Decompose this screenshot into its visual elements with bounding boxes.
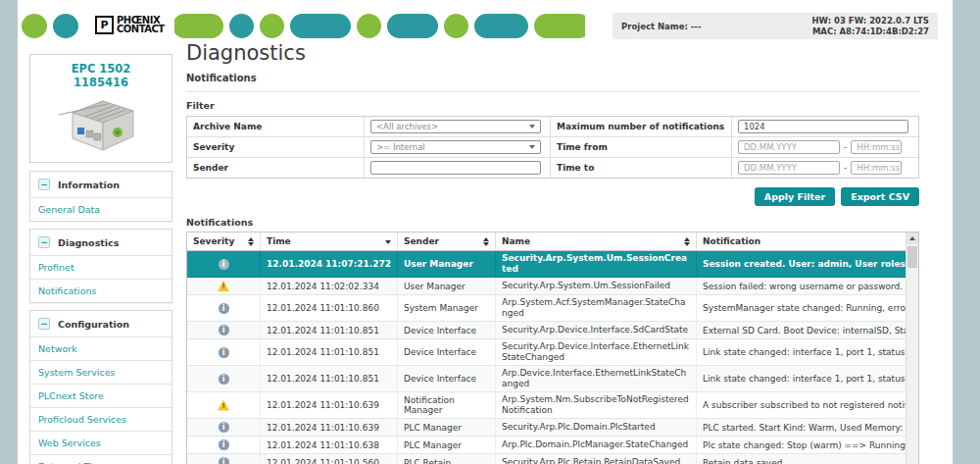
- sidebar-item-notifications[interactable]: Notifications: [30, 279, 172, 302]
- name-cell: Security.Arp.Plc.Domain.PlcStarted: [496, 419, 697, 436]
- severity-cell: [187, 251, 261, 277]
- time-from-date-input[interactable]: DD.MM.YYYY: [738, 140, 840, 154]
- time-to-date-input[interactable]: DD.MM.YYYY: [738, 161, 840, 175]
- sort-both-icon: [684, 237, 690, 246]
- brand-dot: [53, 14, 78, 38]
- time-to-time-input[interactable]: HH:mm:ss: [851, 161, 902, 175]
- column-header-time[interactable]: Time: [261, 232, 398, 250]
- sidebar-item-general-data[interactable]: General Data: [30, 197, 172, 221]
- sidebar-section-header[interactable]: Information: [30, 172, 172, 197]
- table-row[interactable]: 12.01.2024 11:01:10.639Notification Mana…: [187, 392, 906, 419]
- sidebar-section-header[interactable]: Diagnostics: [30, 230, 172, 255]
- table-row[interactable]: 12.01.2024 11:01:10.860System ManagerArp…: [187, 295, 906, 322]
- table-row[interactable]: 12.01.2024 11:01:10.560PLC RetainSecurit…: [187, 454, 906, 464]
- sort-up-arrow-icon: [483, 237, 489, 241]
- notification-cell: Session created. User: admin, User roles…: [697, 251, 906, 277]
- hw-fw-version: HW: 03 FW: 2022.0.7 LTS: [812, 16, 930, 26]
- time-from-label: Time from: [550, 137, 731, 158]
- column-header-severity[interactable]: Severity: [187, 232, 261, 250]
- table-row[interactable]: 12.01.2024 11:01:10.638PLC ManagerArp.Pl…: [187, 437, 906, 454]
- sidebar-section-title: Configuration: [58, 319, 129, 330]
- name-cell: Security.Arp.System.Um.SessionFailed: [496, 278, 697, 294]
- column-header-label: Name: [502, 236, 530, 246]
- notification-cell: A subscriber subscribed to not registere…: [697, 392, 906, 418]
- brand-dot: [534, 14, 585, 38]
- export-csv-button[interactable]: Export CSV: [841, 187, 919, 206]
- sidebar: EPC 1502 1185416 InformationGeneral Data…: [29, 54, 172, 464]
- table-row[interactable]: 12.01.2024 11:01:10.851Device InterfaceS…: [187, 339, 906, 366]
- sidebar-item-system-services[interactable]: System Services: [30, 360, 172, 384]
- notification-cell: Link state changed: interface 1, port 1,…: [697, 366, 906, 391]
- time-cell: 12.01.2024 11:01:10.851: [261, 322, 398, 338]
- table-header-row: SeverityTimeSenderNameNotification: [187, 232, 906, 251]
- table-row[interactable]: 12.01.2024 11:07:21.272User ManagerSecur…: [187, 251, 906, 278]
- sidebar-item-network[interactable]: Network: [30, 336, 172, 360]
- sidebar-item-plcnext-store[interactable]: PLCnext Store: [30, 384, 172, 407]
- notifications-table: SeverityTimeSenderNameNotification 12.01…: [186, 232, 919, 464]
- column-header-label: Severity: [193, 236, 234, 246]
- sort-both-icon: [248, 237, 254, 246]
- notification-cell: SystemManager state changed: Running, er…: [697, 295, 906, 321]
- logo-line2: CONTACT: [117, 25, 165, 33]
- phoenix-contact-logo: P PHŒNIX CONTACT: [92, 11, 174, 38]
- sidebar-section-header[interactable]: Configuration: [30, 311, 172, 336]
- time-cell: 12.01.2024 11:01:10.560: [261, 454, 398, 464]
- sidebar-item-proficloud-services[interactable]: Proficloud Services: [30, 407, 172, 431]
- table-row[interactable]: 12.01.2024 11:01:10.851Device InterfaceA…: [187, 366, 906, 392]
- main-content: Diagnostics Notifications Filter Archive…: [186, 41, 919, 464]
- info-icon: [219, 325, 229, 335]
- sort-down-arrow-icon: [248, 242, 254, 246]
- sender-input[interactable]: [370, 161, 541, 175]
- column-header-notification[interactable]: Notification: [697, 232, 906, 250]
- name-cell: Arp.Plc.Domain.PlcManager.StateChanged: [496, 437, 697, 453]
- filter-heading: Filter: [186, 100, 919, 111]
- column-header-sender[interactable]: Sender: [398, 232, 496, 250]
- sender-cell: Device Interface: [398, 366, 496, 391]
- time-cell: 12.01.2024 11:01:10.860: [261, 295, 398, 321]
- collapse-minus-icon[interactable]: [38, 179, 50, 190]
- severity-select[interactable]: >= Internal: [370, 140, 541, 154]
- notifications-table-heading: Notifications: [186, 217, 919, 228]
- brand-dot: [474, 14, 528, 38]
- notification-cell: Plc state changed: Stop (warm) ==> Runni…: [697, 437, 906, 453]
- device-photo: [59, 97, 143, 152]
- divider: [186, 91, 919, 92]
- table-row[interactable]: 12.01.2024 11:01:10.851Device InterfaceS…: [187, 322, 906, 339]
- table-row[interactable]: 12.01.2024 11:02:02.334User ManagerSecur…: [187, 278, 906, 295]
- chevron-down-icon: [529, 125, 535, 129]
- time-from-time-input[interactable]: HH:mm:ss: [851, 140, 902, 154]
- sender-cell: Device Interface: [398, 339, 496, 365]
- collapse-minus-icon[interactable]: [38, 236, 50, 248]
- sidebar-item-web-services[interactable]: Web Services: [30, 431, 172, 454]
- name-cell: Arp.System.Nm.SubscribeToNotRegisteredNo…: [496, 392, 697, 418]
- info-icon: [219, 303, 229, 314]
- collapse-minus-icon[interactable]: [38, 318, 50, 330]
- sidebar-section-title: Diagnostics: [58, 237, 119, 248]
- sidebar-item-date-and-time[interactable]: Date and Time: [30, 454, 172, 464]
- apply-filter-button[interactable]: Apply Filter: [755, 187, 835, 206]
- column-header-label: Notification: [703, 236, 760, 246]
- table-row[interactable]: 12.01.2024 11:01:10.639PLC ManagerSecuri…: [187, 419, 906, 437]
- brand-dot: [22, 14, 47, 38]
- scroll-up-button[interactable]: [906, 232, 918, 244]
- notification-cell: External SD Card. Boot Device: internalS…: [697, 322, 906, 338]
- name-cell: Arp.System.Acf.SystemManager.StateChange…: [496, 295, 697, 321]
- device-info-box: EPC 1502 1185416: [29, 54, 172, 163]
- time-cell: 12.01.2024 11:01:10.851: [261, 339, 398, 365]
- sidebar-item-profinet[interactable]: Profinet: [30, 255, 172, 279]
- phoenix-logo-mark-icon: P: [95, 15, 114, 33]
- project-info-bar: Project Name: --- HW: 03 FW: 2022.0.7 LT…: [612, 13, 938, 39]
- archive-name-select[interactable]: <All archives>: [370, 120, 541, 133]
- name-cell: Security.Arp.Plc.Retain.RetainDataSaved: [496, 454, 697, 464]
- filter-panel: Archive Name <All archives> Maximum numb…: [186, 116, 919, 179]
- notification-cell: Session failed: wrong username or passwo…: [697, 278, 906, 294]
- table-scrollbar[interactable]: [906, 232, 918, 464]
- column-header-name[interactable]: Name: [496, 232, 697, 250]
- scrollbar-thumb[interactable]: [907, 246, 917, 268]
- severity-cell: [187, 295, 261, 321]
- max-notifications-input[interactable]: 1024: [738, 120, 908, 133]
- sort-desc-icon: [385, 240, 391, 244]
- name-cell: Security.Arp.System.Um.SessionCreated: [496, 251, 697, 277]
- brand-dot: [172, 14, 223, 38]
- time-to-label: Time to: [550, 158, 731, 178]
